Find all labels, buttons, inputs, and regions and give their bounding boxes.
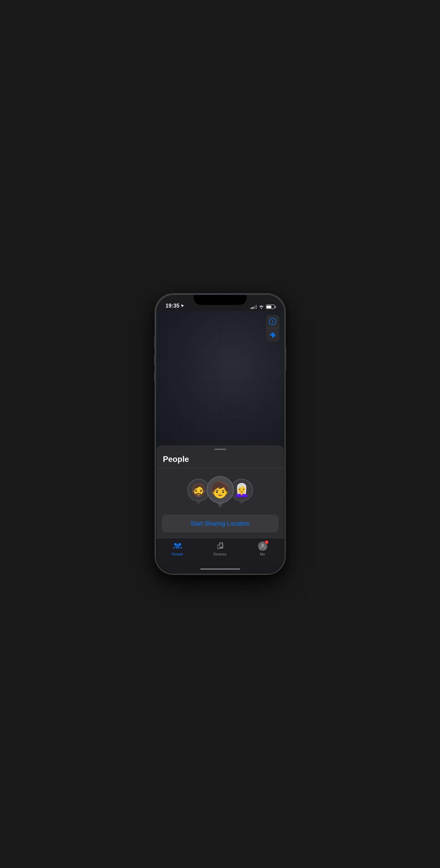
start-sharing-button[interactable]: Start Sharing Location [162, 515, 278, 532]
devices-tab-icon [215, 541, 225, 551]
avatar-center[interactable]: 🧒 [207, 476, 234, 508]
people-tab-icon [173, 541, 182, 551]
signal-icon [251, 305, 257, 309]
svg-point-4 [178, 543, 181, 546]
tab-people[interactable]: People [156, 541, 199, 556]
svg-point-5 [176, 545, 179, 547]
avatar-right[interactable]: 👩‍🦳 [231, 479, 253, 505]
tab-me[interactable]: Me [241, 541, 284, 556]
home-indicator-bar [200, 568, 240, 570]
phone-screen: 19:35 [156, 295, 284, 573]
time-display: 19:35 [166, 303, 180, 309]
phone-frame: 19:35 [155, 294, 285, 574]
current-location-icon [269, 332, 276, 339]
location-button[interactable] [266, 329, 279, 342]
svg-rect-9 [217, 545, 219, 548]
svg-point-0 [261, 308, 262, 309]
avatars-area: 🧔 🧒 👩‍🦳 [156, 468, 284, 515]
info-button[interactable]: i [266, 315, 279, 328]
notch [194, 295, 247, 305]
start-sharing-label: Start Sharing Location [190, 520, 250, 527]
svg-text:i: i [272, 319, 273, 324]
tab-bar: People Devices [156, 538, 284, 565]
avatar-right-tail [239, 501, 244, 505]
me-tab-icon [258, 541, 267, 551]
avatar-left-tail [196, 501, 201, 505]
me-avatar [258, 541, 267, 551]
people-tab-label: People [172, 552, 183, 556]
devices-icon [216, 542, 224, 551]
svg-rect-7 [220, 543, 223, 547]
devices-tab-label: Devices [213, 552, 227, 556]
svg-point-10 [261, 544, 264, 547]
wifi-icon [259, 305, 264, 309]
avatar-center-circle: 🧒 [207, 476, 234, 503]
svg-point-3 [174, 543, 176, 546]
tab-devices[interactable]: Devices [199, 541, 241, 556]
people-icon [173, 542, 182, 550]
home-indicator [156, 565, 284, 573]
avatar-right-circle: 👩‍🦳 [231, 479, 253, 501]
status-icons [251, 305, 275, 309]
sheet-title: People [156, 450, 284, 468]
notification-badge [265, 540, 269, 544]
location-arrow-icon [181, 304, 185, 308]
me-tab-label: Me [260, 552, 265, 556]
bottom-sheet: People 🧔 🧒 👩‍🦳 Start Sharing Locat [156, 445, 284, 538]
map-controls: i [266, 315, 279, 342]
status-time: 19:35 [166, 303, 185, 309]
info-circle-icon: i [269, 318, 276, 325]
map-area[interactable]: i [156, 311, 284, 445]
avatar-center-tail [217, 503, 224, 508]
battery-icon [266, 305, 275, 309]
